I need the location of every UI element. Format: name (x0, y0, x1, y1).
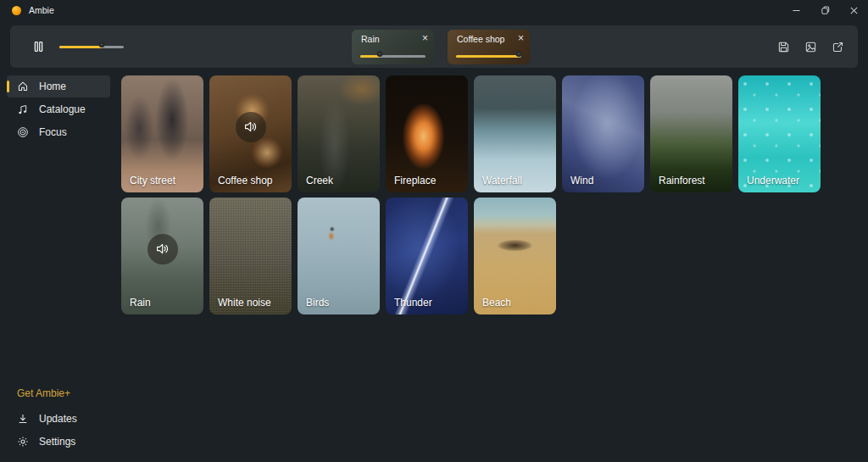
active-sound-card-rain[interactable]: Rain × (352, 30, 434, 64)
download-icon (17, 413, 29, 425)
master-volume-slider[interactable] (59, 42, 124, 53)
save-icon (777, 41, 790, 53)
close-icon (849, 6, 859, 15)
sidebar-item-label: Updates (39, 413, 77, 425)
close-button[interactable] (839, 0, 868, 20)
sidebar-item-label: Home (39, 81, 66, 92)
get-ambie-plus-link[interactable]: Get Ambie+ (17, 387, 110, 399)
music-note-icon (17, 103, 29, 115)
sound-tile-white-noise[interactable]: White noise (209, 198, 292, 314)
close-icon[interactable]: × (422, 33, 428, 43)
sound-tile-label: Wind (570, 175, 593, 186)
slider-fill (456, 55, 519, 58)
active-sound-name: Coffee shop (457, 34, 504, 44)
sound-tile-coffee-shop[interactable]: Coffee shop (209, 75, 292, 192)
sound-tile-label: Fireplace (394, 175, 436, 186)
sound-tile-label: Underwater (747, 175, 799, 186)
sound-tile-birds[interactable]: Birds (298, 198, 380, 314)
sound-tile-label: Waterfall (482, 175, 522, 186)
sound-tile-label: Beach (482, 297, 511, 309)
slider-thumb[interactable] (99, 42, 105, 47)
sound-tile-rainforest[interactable]: Rainforest (650, 75, 732, 192)
sound-tile-waterfall[interactable]: Waterfall (474, 75, 556, 192)
sidebar-item-label: Focus (39, 126, 67, 138)
active-sound-card-coffee-shop[interactable]: Coffee shop × (448, 30, 530, 64)
minimize-icon (792, 6, 801, 15)
player-toolbar: Rain × Coffee shop × (10, 25, 858, 68)
restore-icon (821, 6, 830, 15)
sound-tile-rain[interactable]: Rain (121, 198, 203, 314)
sidebar-footer: Get Ambie+ Updates Settings (0, 384, 117, 454)
speaker-icon (147, 234, 178, 264)
active-sounds: Rain × Coffee shop × (352, 30, 530, 64)
pause-icon (32, 40, 45, 53)
sound-tile-thunder[interactable]: Thunder (386, 198, 468, 314)
share-icon (832, 41, 844, 53)
sound-tile-label: Birds (306, 297, 329, 309)
image-icon (804, 41, 817, 53)
sound-tile-fireplace[interactable]: Fireplace (386, 75, 468, 192)
home-icon (17, 81, 29, 92)
slider-thumb[interactable] (377, 51, 383, 57)
master-volume-slider-wrap (59, 42, 124, 53)
volume-slider[interactable] (360, 51, 426, 62)
sound-tile-label: Rainforest (659, 175, 705, 186)
sidebar-item-catalogue[interactable]: Catalogue (7, 98, 110, 120)
sound-tile-label: White noise (218, 297, 271, 309)
restore-button[interactable] (810, 0, 839, 20)
minimize-button[interactable] (782, 0, 810, 20)
sound-grid: City street Coffee shop Creek Fireplace … (121, 75, 821, 314)
sound-tile-label: Coffee shop (218, 175, 273, 186)
gear-icon (17, 436, 29, 448)
sound-tile-wind[interactable]: Wind (562, 75, 644, 192)
slider-fill (59, 46, 102, 48)
speaker-icon (236, 112, 266, 142)
slider-thumb[interactable] (515, 51, 521, 57)
ambie-logo-icon (12, 6, 21, 15)
sound-tile-label: City street (130, 175, 175, 186)
window-controls (782, 0, 868, 20)
toolbar-actions (771, 34, 849, 59)
focus-icon (17, 126, 29, 138)
sidebar-item-label: Catalogue (39, 103, 86, 115)
sidebar: Home Catalogue Focus Get Ambie+ Updates … (0, 73, 117, 462)
sound-tile-label: Creek (306, 175, 333, 186)
sound-tile-creek[interactable]: Creek (298, 75, 380, 192)
sound-tile-label: Thunder (394, 297, 432, 309)
app-title: Ambie (29, 5, 54, 15)
pause-button[interactable] (25, 34, 51, 59)
screensaver-button[interactable] (798, 34, 822, 59)
titlebar: Ambie (0, 0, 868, 20)
sidebar-item-label: Settings (39, 436, 75, 448)
sound-tile-label: Rain (130, 297, 151, 309)
sound-tile-beach[interactable]: Beach (474, 198, 556, 314)
sidebar-item-focus[interactable]: Focus (7, 121, 110, 143)
volume-slider[interactable] (456, 51, 521, 62)
sound-tile-city-street[interactable]: City street (121, 75, 203, 192)
sidebar-item-settings[interactable]: Settings (7, 431, 110, 453)
sidebar-item-home[interactable]: Home (7, 75, 110, 97)
active-sound-name: Rain (361, 34, 380, 44)
share-button[interactable] (826, 34, 849, 59)
save-button[interactable] (771, 34, 795, 59)
sidebar-nav: Home Catalogue Focus (0, 75, 117, 144)
sound-tile-underwater[interactable]: Underwater (738, 75, 821, 192)
sidebar-item-updates[interactable]: Updates (7, 408, 110, 430)
close-icon[interactable]: × (518, 33, 524, 43)
